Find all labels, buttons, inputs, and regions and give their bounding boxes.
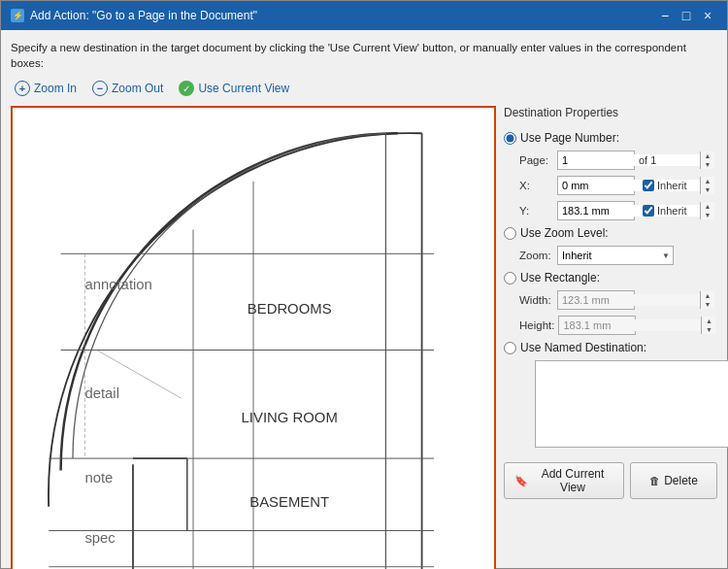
maximize-button[interactable]: □ bbox=[677, 6, 696, 25]
main-content: BEDROOMS LIVING ROOM BASEMENT CRAWLSPACE… bbox=[11, 106, 717, 569]
svg-text:spec: spec bbox=[84, 530, 116, 546]
width-spinner[interactable]: ▲ ▼ bbox=[557, 290, 635, 310]
width-spinner-arrows: ▲ ▼ bbox=[700, 291, 714, 309]
use-current-view-label: Use Current View bbox=[198, 82, 289, 95]
close-button[interactable]: × bbox=[698, 6, 717, 25]
use-page-number-radio[interactable] bbox=[504, 132, 516, 145]
height-up-arrow[interactable]: ▲ bbox=[702, 317, 715, 325]
zoom-row: Zoom: Inherit 25% 50% 75% 100% 125% 150%… bbox=[519, 246, 717, 265]
delete-label: Delete bbox=[664, 474, 698, 487]
height-row: Height: ▲ ▼ bbox=[519, 316, 717, 335]
svg-text:BASEMENT: BASEMENT bbox=[249, 494, 329, 510]
page-spinner[interactable]: ▲ ▼ bbox=[557, 151, 635, 170]
right-panel: Destination Properties Use Page Number: … bbox=[504, 106, 717, 569]
toolbar: + Zoom In − Zoom Out ✓ Use Current View bbox=[11, 79, 717, 98]
page-up-arrow[interactable]: ▲ bbox=[701, 151, 714, 160]
blueprint-svg: BEDROOMS LIVING ROOM BASEMENT CRAWLSPACE… bbox=[13, 108, 494, 569]
zoom-select[interactable]: Inherit 25% 50% 75% 100% 125% 150% 200% bbox=[557, 246, 674, 265]
dialog-window: ⚡ Add Action: "Go to a Page in the Docum… bbox=[0, 0, 728, 569]
dialog-body: Specify a new destination in the target … bbox=[1, 30, 727, 569]
y-inherit-label: Inherit bbox=[657, 205, 687, 217]
x-down-arrow[interactable]: ▼ bbox=[701, 185, 714, 194]
title-controls: − □ × bbox=[655, 6, 717, 25]
instruction-text: Specify a new destination in the target … bbox=[11, 40, 717, 71]
use-named-destination-group: Use Named Destination: bbox=[504, 341, 717, 354]
blueprint-canvas: BEDROOMS LIVING ROOM BASEMENT CRAWLSPACE… bbox=[13, 108, 494, 569]
use-rectangle-label: Use Rectangle: bbox=[520, 271, 600, 284]
width-up-arrow[interactable]: ▲ bbox=[701, 291, 714, 300]
zoom-label: Zoom: bbox=[519, 250, 553, 261]
y-up-arrow[interactable]: ▲ bbox=[701, 202, 714, 211]
of-label: of 1 bbox=[639, 154, 656, 166]
svg-text:note: note bbox=[84, 470, 113, 485]
zoom-in-label: Zoom In bbox=[34, 82, 77, 95]
x-label: X: bbox=[519, 180, 553, 191]
height-down-arrow[interactable]: ▼ bbox=[702, 325, 715, 334]
width-down-arrow[interactable]: ▼ bbox=[701, 300, 714, 309]
delete-icon: 🗑 bbox=[649, 475, 660, 486]
width-row: Width: ▲ ▼ bbox=[519, 290, 717, 310]
width-label: Width: bbox=[519, 294, 553, 306]
page-input[interactable] bbox=[558, 154, 700, 166]
dialog-title: Add Action: "Go to a Page in the Documen… bbox=[30, 9, 257, 22]
y-spinner[interactable]: ▲ ▼ bbox=[557, 201, 635, 220]
use-zoom-level-radio[interactable] bbox=[504, 227, 516, 240]
use-rectangle-radio[interactable] bbox=[504, 272, 516, 284]
radio-section: Use Page Number: Page: ▲ ▼ of 1 bbox=[504, 131, 717, 451]
height-spinner-arrows: ▲ ▼ bbox=[701, 317, 715, 334]
height-input[interactable] bbox=[559, 319, 701, 331]
page-row: Page: ▲ ▼ of 1 bbox=[519, 151, 717, 170]
y-label: Y: bbox=[519, 205, 553, 217]
x-up-arrow[interactable]: ▲ bbox=[701, 177, 714, 185]
delete-button[interactable]: 🗑 Delete bbox=[630, 462, 717, 499]
use-page-number-group: Use Page Number: bbox=[504, 131, 717, 145]
svg-text:annotation: annotation bbox=[84, 278, 151, 293]
use-rectangle-group: Use Rectangle: bbox=[504, 271, 717, 284]
width-input[interactable] bbox=[558, 294, 700, 306]
use-named-destination-radio[interactable] bbox=[504, 342, 516, 354]
zoom-out-icon: − bbox=[92, 81, 108, 96]
check-icon: ✓ bbox=[179, 81, 194, 96]
zoom-out-button[interactable]: − Zoom Out bbox=[88, 79, 167, 98]
page-spinner-arrows: ▲ ▼ bbox=[700, 151, 714, 169]
x-spinner[interactable]: ▲ ▼ bbox=[557, 176, 635, 195]
title-bar: ⚡ Add Action: "Go to a Page in the Docum… bbox=[1, 1, 727, 30]
zoom-select-wrapper: Inherit 25% 50% 75% 100% 125% 150% 200% bbox=[557, 246, 674, 265]
add-current-view-button[interactable]: 🔖 Add Current View bbox=[504, 462, 624, 499]
x-row: X: ▲ ▼ Inherit bbox=[519, 176, 717, 195]
svg-text:LIVING ROOM: LIVING ROOM bbox=[242, 410, 338, 425]
use-named-destination-label: Use Named Destination: bbox=[520, 341, 646, 354]
use-zoom-level-label: Use Zoom Level: bbox=[520, 226, 609, 240]
y-inherit-check: Inherit bbox=[643, 205, 687, 217]
x-inherit-checkbox[interactable] bbox=[643, 180, 654, 191]
height-spinner[interactable]: ▲ ▼ bbox=[558, 316, 636, 335]
zoom-in-icon: + bbox=[15, 81, 30, 96]
use-current-view-button[interactable]: ✓ Use Current View bbox=[175, 79, 293, 98]
height-label: Height: bbox=[519, 319, 554, 331]
dialog-icon: ⚡ bbox=[11, 9, 24, 22]
destination-properties-title: Destination Properties bbox=[504, 106, 717, 119]
document-preview: BEDROOMS LIVING ROOM BASEMENT CRAWLSPACE… bbox=[11, 106, 496, 569]
x-spinner-arrows: ▲ ▼ bbox=[700, 177, 714, 194]
svg-text:BEDROOMS: BEDROOMS bbox=[248, 301, 332, 317]
title-bar-left: ⚡ Add Action: "Go to a Page in the Docum… bbox=[11, 9, 257, 22]
page-label: Page: bbox=[519, 154, 553, 166]
zoom-in-button[interactable]: + Zoom In bbox=[11, 79, 81, 98]
y-inherit-checkbox[interactable] bbox=[643, 205, 654, 217]
named-destination-textarea[interactable] bbox=[535, 360, 728, 448]
add-icon: 🔖 bbox=[514, 475, 528, 487]
x-inherit-label: Inherit bbox=[657, 180, 687, 191]
bottom-action-buttons: 🔖 Add Current View 🗑 Delete bbox=[504, 462, 717, 499]
use-zoom-level-group: Use Zoom Level: bbox=[504, 226, 717, 240]
add-current-view-label: Add Current View bbox=[532, 467, 613, 494]
y-down-arrow[interactable]: ▼ bbox=[701, 211, 714, 219]
minimize-button[interactable]: − bbox=[655, 6, 675, 25]
y-row: Y: ▲ ▼ Inherit bbox=[519, 201, 717, 220]
x-inherit-check: Inherit bbox=[643, 180, 687, 191]
use-page-number-label: Use Page Number: bbox=[520, 131, 619, 145]
named-dest-wrapper bbox=[519, 360, 717, 451]
y-spinner-arrows: ▲ ▼ bbox=[700, 202, 714, 219]
svg-text:detail: detail bbox=[84, 385, 119, 401]
zoom-out-label: Zoom Out bbox=[112, 82, 163, 95]
page-down-arrow[interactable]: ▼ bbox=[701, 160, 714, 169]
